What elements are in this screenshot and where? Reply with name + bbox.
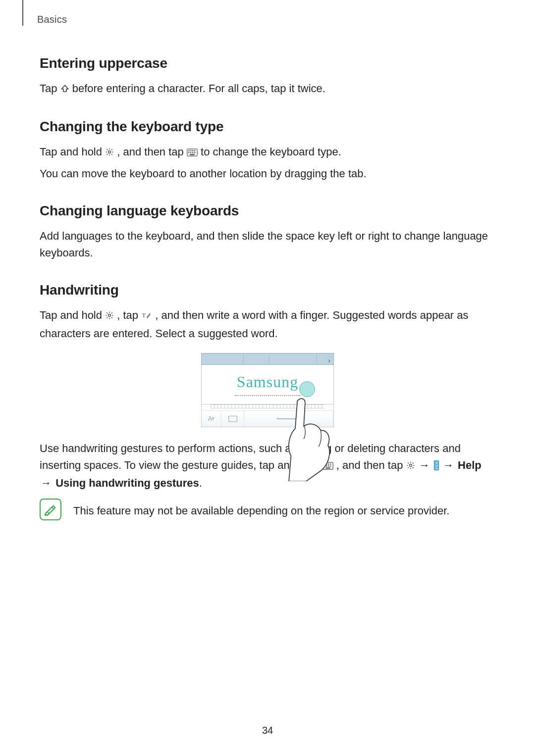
- svg-line-26: [107, 317, 107, 318]
- svg-rect-29: [228, 416, 237, 422]
- gear-icon: [105, 308, 114, 325]
- figure-key: [221, 411, 244, 427]
- handwriting-figure: › Samsung A▾: [40, 353, 495, 427]
- arrow-icon: →: [442, 457, 455, 474]
- text-run: Tap: [40, 82, 60, 95]
- svg-line-24: [107, 313, 107, 314]
- menu-path-gestures: Using handwriting gestures: [55, 477, 199, 489]
- text-run: .: [199, 477, 202, 489]
- section-changing-language-keyboards: Changing language keyboards Add language…: [40, 203, 495, 261]
- paragraph: You can move the keyboard to another loc…: [40, 165, 495, 182]
- gear-icon: [105, 145, 114, 161]
- section-body: Tap before entering a character. For all…: [40, 80, 495, 98]
- menu-path-help: Help: [458, 459, 482, 471]
- paragraph: Add languages to the keyboard, and then …: [40, 228, 495, 261]
- svg-rect-11: [190, 150, 191, 151]
- svg-point-0: [108, 151, 111, 153]
- svg-line-6: [111, 154, 112, 155]
- manual-page: Basics Entering uppercase Tap before ent…: [0, 0, 535, 756]
- arrow-icon: →: [40, 475, 53, 492]
- svg-line-27: [111, 313, 112, 314]
- svg-line-47: [408, 467, 409, 468]
- page-number: 34: [0, 725, 535, 736]
- svg-text:T: T: [142, 312, 146, 319]
- section-title: Entering uppercase: [40, 55, 495, 71]
- handwriting-pen-icon: T: [141, 308, 152, 325]
- svg-line-46: [412, 467, 413, 468]
- svg-line-45: [408, 462, 409, 463]
- svg-line-48: [412, 462, 413, 463]
- note-block: This feature may not be available depend…: [40, 499, 495, 520]
- svg-rect-10: [188, 150, 189, 151]
- svg-rect-12: [192, 150, 193, 151]
- svg-point-40: [409, 464, 412, 466]
- svg-point-19: [108, 314, 111, 317]
- svg-line-25: [111, 317, 112, 318]
- section-body: Add languages to the keyboard, and then …: [40, 228, 495, 261]
- svg-line-7: [107, 154, 107, 155]
- note-text: This feature may not be available depend…: [73, 499, 449, 519]
- paragraph: Tap and hold , and then tap to change th…: [40, 144, 495, 161]
- text-run: Tap and hold: [40, 309, 105, 321]
- more-options-icon: [434, 460, 439, 470]
- breadcrumb: Basics: [37, 14, 67, 25]
- gear-icon: [406, 458, 415, 475]
- text-run: , and then tap: [336, 459, 406, 471]
- paragraph: Tap before entering a character. For all…: [40, 80, 495, 98]
- svg-rect-15: [190, 152, 191, 153]
- section-title: Changing the keyboard type: [40, 119, 495, 135]
- figure-key: A▾: [202, 411, 221, 427]
- section-body: Tap and hold , and then tap to change th…: [40, 144, 495, 182]
- text-run: before entering a character. For all cap…: [72, 82, 325, 95]
- svg-rect-14: [188, 152, 189, 153]
- section-entering-uppercase: Entering uppercase Tap before entering a…: [40, 55, 495, 98]
- chevron-right-icon: ›: [328, 355, 330, 366]
- paragraph: Use handwriting gestures to perform acti…: [40, 440, 495, 492]
- hand-icon: [280, 397, 340, 481]
- text-run: Tap and hold: [40, 146, 105, 158]
- svg-rect-13: [194, 150, 195, 151]
- text-run: , and then tap: [117, 146, 187, 158]
- section-body: Tap and hold , tap T , and then write a …: [40, 307, 495, 520]
- header-rule: [22, 0, 23, 26]
- page-content: Entering uppercase Tap before entering a…: [40, 26, 495, 520]
- figure-suggestion-bar: ›: [201, 353, 334, 365]
- page-header: Basics: [40, 0, 495, 26]
- svg-line-50: [47, 512, 49, 514]
- touch-indicator-icon: [299, 381, 315, 397]
- section-handwriting: Handwriting Tap and hold , tap T , and t…: [40, 282, 495, 520]
- text-run: , tap: [117, 309, 141, 321]
- svg-line-5: [107, 149, 107, 150]
- svg-line-8: [111, 149, 112, 150]
- arrow-icon: →: [418, 457, 431, 474]
- text-run: to change the keyboard type.: [201, 146, 341, 158]
- paragraph: Tap and hold , tap T , and then write a …: [40, 307, 495, 342]
- shift-icon: [60, 81, 69, 98]
- svg-rect-17: [194, 152, 195, 153]
- section-changing-keyboard-type: Changing the keyboard type Tap and hold …: [40, 119, 495, 182]
- svg-rect-18: [190, 154, 194, 155]
- note-icon: [40, 499, 61, 520]
- section-title: Handwriting: [40, 282, 495, 298]
- figure-handwriting-text: Samsung: [235, 370, 300, 397]
- svg-rect-16: [192, 152, 193, 153]
- figure-keyboard: › Samsung A▾: [201, 353, 334, 427]
- keyboard-icon: [187, 145, 198, 161]
- section-title: Changing language keyboards: [40, 203, 495, 219]
- svg-line-51: [52, 507, 54, 509]
